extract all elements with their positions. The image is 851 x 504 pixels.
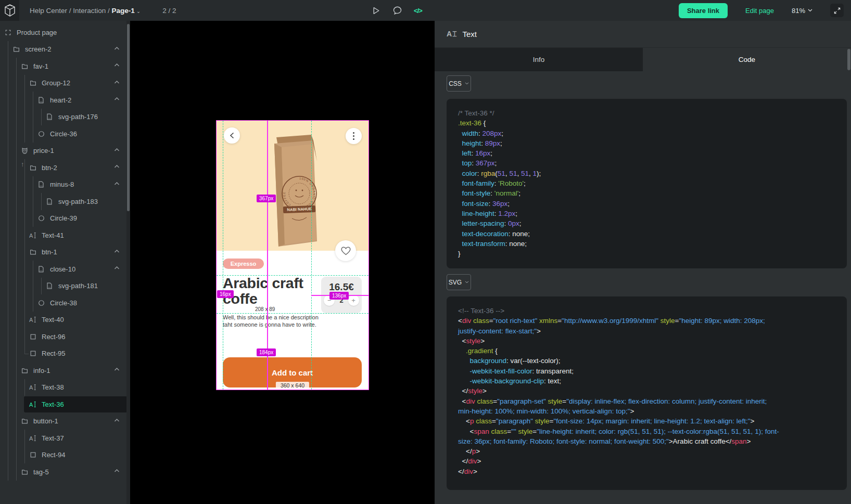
more-options-button[interactable] bbox=[346, 128, 362, 144]
tree-guide-line bbox=[8, 463, 8, 481]
layer-row-rect-95[interactable]: Rect-95 bbox=[0, 345, 126, 363]
increment-button[interactable]: + bbox=[348, 295, 359, 306]
chevron-up-icon[interactable] bbox=[114, 46, 120, 53]
code-line: <span class="" style="line-height: inher… bbox=[458, 427, 835, 436]
layer-row-fav-1[interactable]: fav-1 bbox=[0, 58, 126, 75]
layer-row-svg-path-183[interactable]: svg-path-183 bbox=[0, 193, 126, 210]
chevron-up-icon[interactable] bbox=[114, 148, 120, 154]
layer-label: Rect-95 bbox=[42, 350, 66, 357]
tree-guide-line bbox=[16, 278, 17, 295]
chevron-up-icon[interactable] bbox=[114, 367, 120, 373]
layer-row-heart-2[interactable]: heart-2 bbox=[0, 92, 126, 109]
tree-guide-line bbox=[8, 447, 8, 464]
layer-row-text-38[interactable]: AText-38 bbox=[0, 379, 126, 396]
chevron-up-icon[interactable] bbox=[114, 469, 120, 475]
tree-guide-line bbox=[8, 430, 8, 447]
layer-row-product page[interactable]: Product page bbox=[0, 24, 126, 41]
comment-button[interactable] bbox=[392, 6, 402, 15]
chevron-up-icon[interactable] bbox=[114, 97, 120, 103]
edit-page-link[interactable]: Edit page bbox=[745, 7, 774, 15]
layer-row-rect-94[interactable]: Rect-94 bbox=[0, 447, 126, 464]
chevron-up-icon[interactable] bbox=[114, 249, 120, 255]
code-line: } bbox=[458, 249, 835, 259]
layer-row-text-37[interactable]: AText-37 bbox=[0, 430, 126, 447]
share-link-button[interactable]: Share link bbox=[679, 3, 728, 18]
tree-guide-line bbox=[33, 92, 33, 109]
tree-guide-line bbox=[24, 244, 25, 261]
back-button[interactable] bbox=[224, 127, 240, 144]
chevron-up-icon[interactable] bbox=[114, 164, 120, 171]
layer-row-btn-1[interactable]: btn-1 bbox=[0, 244, 126, 261]
tab-info[interactable]: Info bbox=[435, 48, 643, 71]
chevron-up-icon[interactable] bbox=[114, 418, 120, 424]
play-button[interactable] bbox=[372, 6, 381, 15]
layer-tree: Product pagescreen-2fav-1Group-12heart-2… bbox=[0, 24, 126, 481]
fullscreen-button[interactable] bbox=[830, 4, 844, 17]
tree-guide-line bbox=[33, 210, 33, 227]
code-line: background: var(--text-color); bbox=[458, 356, 835, 366]
layer-row-minus-8[interactable]: minus-8 bbox=[0, 176, 126, 193]
tab-code[interactable]: Code bbox=[643, 48, 851, 71]
panel-scrollbar-thumb[interactable] bbox=[847, 49, 850, 70]
code-line: width: 208px; bbox=[458, 128, 835, 138]
css-language-select[interactable]: CSS bbox=[447, 75, 471, 92]
layer-row-rect-96[interactable]: Rect-96 bbox=[0, 328, 126, 345]
layer-label: svg-path-181 bbox=[58, 282, 98, 290]
layer-row-group-12[interactable]: Group-12 bbox=[0, 75, 126, 92]
layer-row-button-1[interactable]: button-1 bbox=[0, 413, 126, 430]
layer-row-svg-path-176[interactable]: svg-path-176 bbox=[0, 109, 126, 126]
top-bar: Help Center / Interaction / Page-1⌄ 2 / … bbox=[0, 0, 851, 21]
layer-label: Text-38 bbox=[42, 383, 64, 391]
measure-label-top: 367px bbox=[257, 195, 276, 202]
sidebar-scrollbar-thumb[interactable] bbox=[127, 24, 130, 211]
layer-row-svg-path-181[interactable]: svg-path-181 bbox=[0, 278, 126, 295]
layer-row-price-1[interactable]: price-1 bbox=[0, 143, 126, 160]
favorite-button[interactable] bbox=[335, 240, 356, 261]
layer-row-circle-39[interactable]: Circle-39 bbox=[0, 210, 126, 227]
tree-guide-line bbox=[8, 362, 8, 379]
app-logo[interactable] bbox=[0, 0, 19, 21]
layer-row-screen-2[interactable]: screen-2 bbox=[0, 41, 126, 58]
layer-row-text-40[interactable]: AText-40 bbox=[0, 312, 126, 329]
category-tag[interactable]: Expresso bbox=[223, 259, 264, 269]
layer-row-info-1[interactable]: info-1 bbox=[0, 362, 126, 379]
layer-row-circle-36[interactable]: Circle-36 bbox=[0, 125, 126, 143]
sidebar-scrollbar[interactable] bbox=[126, 21, 130, 504]
zoom-level-dropdown[interactable]: 81% bbox=[792, 7, 812, 15]
product-page-artboard[interactable]: 100% ORGANIC COLOMBIAN COFFEE NABI NAHUE… bbox=[217, 121, 369, 390]
tree-guide-line bbox=[24, 92, 25, 109]
layer-row-text-41[interactable]: AText-41 bbox=[0, 227, 126, 244]
rect-icon bbox=[29, 333, 36, 340]
code-line: <p class="paragraph" style="font-size: 1… bbox=[458, 416, 835, 426]
inspector-panel: A⌶ Text Info Code CSS /* Text-36 */.text… bbox=[435, 21, 851, 504]
page-counter: 2 / 2 bbox=[162, 7, 176, 15]
tree-guide-line bbox=[16, 92, 17, 109]
inspector-header: A⌶ Text bbox=[435, 21, 851, 48]
layer-row-text-36[interactable]: AText-36 bbox=[0, 396, 126, 413]
svg-file-icon bbox=[37, 96, 45, 104]
chevron-up-icon[interactable] bbox=[114, 63, 120, 69]
tree-guide-line bbox=[24, 176, 25, 193]
chevron-up-icon[interactable] bbox=[114, 182, 120, 188]
canvas[interactable]: 100% ORGANIC COLOMBIAN COFFEE NABI NAHUE… bbox=[130, 21, 435, 504]
layer-row-circle-38[interactable]: Circle-38 bbox=[0, 294, 126, 312]
layer-row-btn-2[interactable]: btn-2 bbox=[0, 159, 126, 176]
product-title[interactable]: Arabic craft coffe bbox=[223, 275, 314, 306]
svg-text:A: A bbox=[29, 401, 33, 407]
chevron-down-icon[interactable]: ⌄ bbox=[136, 8, 141, 14]
tree-guide-line bbox=[8, 75, 8, 92]
breadcrumb[interactable]: Help Center / Interaction / Page-1⌄ bbox=[30, 7, 141, 15]
svg-file-icon bbox=[46, 282, 53, 290]
chevron-up-icon[interactable] bbox=[114, 80, 120, 86]
layer-row-tag-5[interactable]: tag-5 bbox=[0, 463, 126, 481]
tree-guide-elbow bbox=[24, 354, 29, 354]
topbar-right: Share link Edit page 81% bbox=[679, 0, 844, 21]
code-view-button[interactable]: </> bbox=[413, 6, 423, 15]
chevron-up-icon[interactable] bbox=[114, 266, 120, 272]
svg-text:A: A bbox=[29, 384, 33, 391]
svg-select-value: SVG bbox=[449, 279, 462, 286]
svg-language-select[interactable]: SVG bbox=[447, 274, 471, 290]
tree-guide-line bbox=[41, 109, 42, 126]
svg-text:NABI NAHUE: NABI NAHUE bbox=[287, 206, 311, 212]
layer-row-close-10[interactable]: close-10 bbox=[0, 261, 126, 278]
